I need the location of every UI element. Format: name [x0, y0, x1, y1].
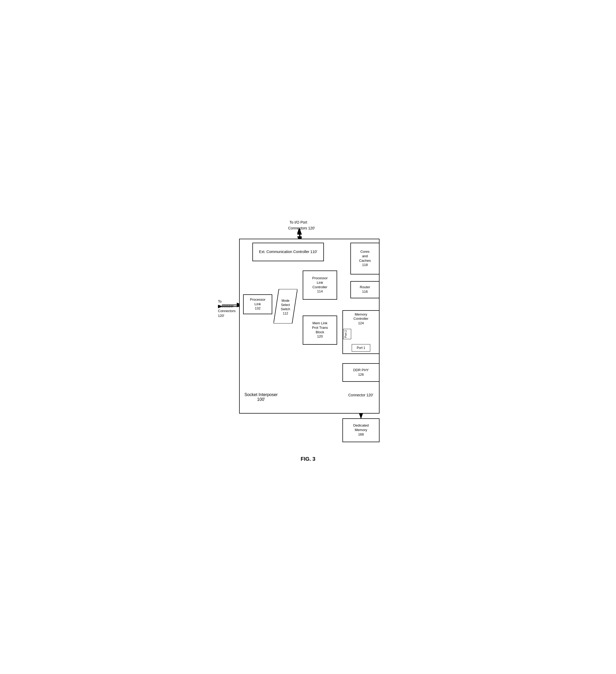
- ddr-phy-box: DDR PHY126: [343, 363, 379, 382]
- proc-link-box: ProcessorLink132: [243, 294, 272, 314]
- connector-bottom-label: Connector 120': [348, 393, 373, 397]
- svg-text:Mode: Mode: [281, 299, 289, 303]
- mode-select-svg: Mode Select Switch 112: [273, 289, 297, 325]
- router-box: Router116: [350, 281, 379, 298]
- port2-label: Port 2: [343, 329, 351, 339]
- svg-text:112: 112: [283, 312, 288, 315]
- fig-caption: FIG. 3: [300, 456, 316, 462]
- ded-mem-box: DedicatedMemory168: [343, 418, 379, 442]
- ext-comm-box: Ext. Communication Controller 110': [252, 243, 324, 261]
- page-container: To I/O Port Connectors 120' Socket Inter…: [215, 212, 401, 462]
- socket-interposer-label: Socket Interposer 100': [244, 392, 277, 402]
- to-proc-label: ToProcessorConnectors120': [218, 299, 235, 319]
- mem-link-box: Mem LinkProt TransBlock120: [303, 316, 337, 345]
- cores-box: CoresandCaches118: [350, 243, 379, 274]
- connectors-top-label: Connectors 120': [288, 226, 315, 230]
- mem-ctrl-label: MemoryController124: [348, 312, 374, 326]
- port1-box: Port 1: [352, 344, 370, 352]
- plc-box: ProcessorLinkController114: [303, 270, 337, 300]
- diagram-area: To I/O Port Connectors 120' Socket Inter…: [218, 212, 398, 451]
- to-io-label: To I/O Port: [289, 220, 307, 224]
- svg-text:Switch: Switch: [281, 307, 290, 311]
- svg-text:Select: Select: [281, 303, 290, 307]
